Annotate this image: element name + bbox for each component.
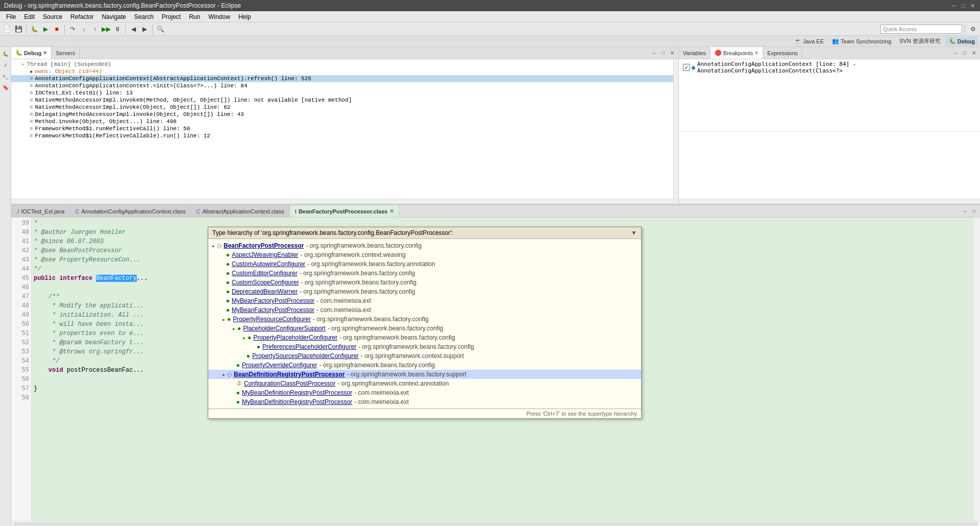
- tb-step-into[interactable]: ↓: [79, 24, 89, 34]
- th-row-11[interactable]: ● PreferencesPlaceholderConfigurer - org…: [208, 342, 641, 351]
- debug-tree-stack-0[interactable]: ≡ AnnotationConfigApplicationContext(Abs…: [11, 75, 673, 82]
- editor-maximize[interactable]: □: [970, 207, 978, 216]
- perspective-svn[interactable]: SVN 资源库研究: [896, 36, 944, 46]
- debug-close[interactable]: ✕: [668, 49, 676, 57]
- quick-access-input[interactable]: Quick Access: [880, 25, 962, 34]
- th-row-7[interactable]: ● MyBeanFactoryPostProcessor - com.meime…: [208, 305, 641, 315]
- menu-refactor[interactable]: Refactor: [66, 12, 97, 21]
- th-row-5[interactable]: ● DeprecatedBeanWarner - org.springframe…: [208, 287, 641, 296]
- beanfactory-tab-close[interactable]: ✕: [389, 208, 394, 214]
- debug-tree-stack-7[interactable]: ≡ FrameworkMethod$1.runReflectiveCall() …: [11, 125, 673, 132]
- tab-breakpoints[interactable]: 🔴 Breakpoints ✕: [710, 47, 763, 59]
- debug-content[interactable]: ▸ Thread [main] (Suspended) ◆ owns: Obje…: [11, 59, 673, 199]
- tb-resume[interactable]: ▶▶: [101, 24, 111, 34]
- content-area: 🐛 Debug ✕ Servers – □ ✕: [11, 47, 980, 526]
- menu-project[interactable]: Project: [158, 12, 185, 21]
- tb-step-return[interactable]: ↑: [90, 24, 100, 34]
- th-row-9[interactable]: ▸ ● PlaceholderConfigurerSupport - org.s…: [208, 324, 641, 333]
- debug-tree-stack-4[interactable]: ≡ NativeMethodAccessorImpl.invoke(Object…: [11, 104, 673, 111]
- menu-source[interactable]: Source: [39, 12, 66, 21]
- tb-new[interactable]: 📄: [2, 24, 12, 34]
- perspective-javaee[interactable]: ☕ Java EE: [791, 37, 827, 45]
- debug-tree-stack-2[interactable]: ≡ IOCTest_Ext.test01() line: 13: [11, 89, 673, 97]
- right-minimize[interactable]: –: [951, 49, 960, 57]
- tb-suspend[interactable]: ⏸: [112, 24, 122, 34]
- th-content[interactable]: ▸ ◇ BeanFactoryPostProcessor - org.sprin…: [208, 239, 641, 409]
- tb-forward[interactable]: ▶: [139, 24, 150, 34]
- breakpoint-item-0[interactable]: ✓ ◉ AnnotationConfigApplicationContext […: [679, 59, 980, 76]
- maximize-button[interactable]: □: [960, 2, 967, 9]
- tab-debug[interactable]: 🐛 Debug ✕: [11, 47, 52, 59]
- tab-annotationconfig[interactable]: C AnnotationConfigApplicationContext.cla…: [70, 205, 191, 217]
- tb-stop[interactable]: ■: [52, 24, 62, 34]
- perspective-debug[interactable]: 🐛 Debug: [946, 37, 978, 45]
- th-close-icon[interactable]: ▼: [631, 229, 637, 236]
- th-row-17[interactable]: ● MyBeanDefinitionRegistryPostProcessor …: [208, 397, 641, 407]
- debug-vscrollbar[interactable]: [673, 59, 678, 199]
- tab-ioctest[interactable]: J IOCTest_Ext.java: [11, 205, 70, 217]
- th-row-2[interactable]: ● CustomAutowireConfigurer - org.springf…: [208, 259, 641, 269]
- th-row-10[interactable]: ▸ ● PropertyPlaceholderConfigurer - org.…: [208, 333, 641, 342]
- tb-perspectives[interactable]: ⚙: [968, 24, 978, 34]
- debug-tree-stack-5[interactable]: ≡ DelegatingMethodAccessorImpl.invoke(Ob…: [11, 111, 673, 118]
- debug-maximize[interactable]: □: [659, 49, 667, 57]
- debug-tree-stack-8[interactable]: ≡ FrameworkMethod$1(ReflectiveCallable).…: [11, 132, 673, 139]
- code-area[interactable]: * * @author Juergen Hoeller * @since 06.…: [32, 218, 973, 521]
- menu-edit[interactable]: Edit: [20, 12, 39, 21]
- debug-tree-stack-1[interactable]: ≡ AnnotationConfigApplicationContext.<in…: [11, 82, 673, 89]
- tb-back[interactable]: ◀: [128, 24, 138, 34]
- tab-servers[interactable]: Servers: [52, 47, 80, 59]
- sidebar-debug-icon[interactable]: 🐛: [1, 49, 10, 58]
- menu-navigate[interactable]: Navigate: [97, 12, 130, 21]
- th-row-12[interactable]: ● PropertySourcesPlaceholderConfigurer -…: [208, 351, 641, 361]
- th-row-3[interactable]: ● CustomEditorConfigurer - org.springfra…: [208, 269, 641, 278]
- th-row-8[interactable]: ▸ ● PropertyResourceConfigurer - org.spr…: [208, 315, 641, 324]
- tb-run[interactable]: ▶: [40, 24, 51, 34]
- debug-tree-owns[interactable]: ◆ owns: Object (id=44): [11, 68, 673, 75]
- tb-search[interactable]: 🔍: [155, 24, 165, 34]
- menu-run[interactable]: Run: [185, 12, 204, 21]
- th-row-15[interactable]: ② ConfigurationClassPostProcessor - org.…: [208, 379, 641, 388]
- tb-save[interactable]: 💾: [13, 24, 23, 34]
- th-row-4[interactable]: ● CustomScopeConfigurer - org.springfram…: [208, 278, 641, 287]
- menu-search[interactable]: Search: [130, 12, 158, 21]
- class-icon-1: C: [197, 208, 201, 214]
- debug-tree-thread[interactable]: ▸ Thread [main] (Suspended): [11, 60, 673, 68]
- debug-tree-stack-3[interactable]: ≡ NativeMethodAccessorImpl.invoke0(Metho…: [11, 97, 673, 104]
- sidebar-console-icon[interactable]: >_: [1, 71, 10, 81]
- bp-checkbox-0[interactable]: ✓: [683, 64, 690, 71]
- stack-icon-1: ≡: [30, 83, 33, 89]
- debug-minimize[interactable]: –: [650, 49, 658, 57]
- th-row-1[interactable]: ● AspectJWeavingEnabler - org.springfram…: [208, 250, 641, 259]
- minimize-button[interactable]: ─: [950, 2, 958, 9]
- right-hscroll[interactable]: [679, 199, 980, 204]
- perspective-team[interactable]: 👥 Team Synchronizing: [829, 37, 894, 45]
- th-row-0[interactable]: ▸ ◇ BeanFactoryPostProcessor - org.sprin…: [208, 241, 641, 250]
- th-row-13[interactable]: ● PropertyOverrideConfigurer - org.sprin…: [208, 361, 641, 370]
- debug-tab-close[interactable]: ✕: [43, 50, 47, 56]
- right-close[interactable]: ✕: [970, 49, 978, 57]
- tb-step-over[interactable]: ↷: [67, 24, 78, 34]
- menu-help[interactable]: Help: [234, 12, 255, 21]
- debug-hscroll[interactable]: [11, 199, 678, 204]
- th-row-14[interactable]: ▸ ◇ BeanDefinitionRegistryPostProcessor …: [208, 370, 641, 379]
- tab-expressions[interactable]: Expressions: [763, 47, 802, 59]
- tab-abstractapp[interactable]: C AbstractApplicationContext.class: [191, 205, 290, 217]
- menu-window[interactable]: Window: [204, 12, 234, 21]
- sidebar-bookmark-icon[interactable]: 🔖: [1, 83, 10, 92]
- th-row-6[interactable]: ● MyBeanFactoryPostProcessor - com.meime…: [208, 296, 641, 305]
- menu-file[interactable]: File: [2, 12, 20, 21]
- editor-hscroll[interactable]: [11, 521, 980, 526]
- close-button[interactable]: ✕: [969, 2, 976, 9]
- editor-minimize[interactable]: –: [961, 207, 969, 216]
- debug-tab-icon: 🐛: [15, 50, 22, 56]
- editor-vscrollbar[interactable]: [973, 218, 980, 521]
- sidebar-tasks-icon[interactable]: ✓: [1, 60, 10, 69]
- tb-debug[interactable]: 🐛: [29, 24, 39, 34]
- right-maximize[interactable]: □: [961, 49, 969, 57]
- tab-beanfactory[interactable]: I BeanFactoryPostProcessor.class ✕: [290, 205, 399, 217]
- debug-tree-stack-6[interactable]: ≡ Method.invoke(Object, Object...) line:…: [11, 118, 673, 125]
- tab-variables[interactable]: Variables: [679, 47, 710, 59]
- th-row-16[interactable]: ● MyBeanDefinitionRegistryPostProcessor …: [208, 388, 641, 397]
- breakpoints-tab-close[interactable]: ✕: [754, 50, 758, 56]
